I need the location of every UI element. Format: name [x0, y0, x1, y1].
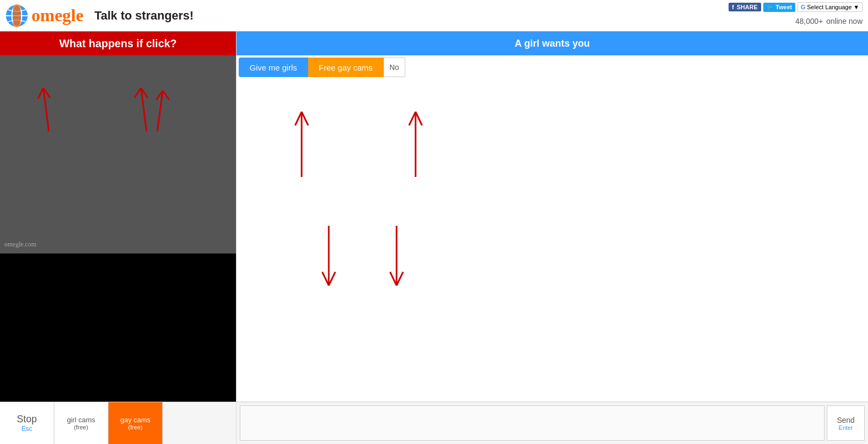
- twitter-icon: 🐦: [767, 4, 774, 10]
- social-bar: f SHARE 🐦 Tweet G Select Language ▼: [729, 2, 863, 12]
- ad-banner[interactable]: What happens if click?: [0, 31, 236, 55]
- google-translate-button[interactable]: G Select Language ▼: [797, 2, 863, 12]
- tweet-label: Tweet: [776, 4, 792, 10]
- stop-esc-key: Esc: [21, 425, 32, 433]
- online-count: 48,000+ online now: [795, 13, 863, 27]
- girl-cams-label: girl cams: [67, 416, 95, 424]
- chat-area: [237, 79, 868, 402]
- left-panel: What happens if click? omegle.com: [0, 31, 236, 444]
- free-gay-cams-button[interactable]: Free gay cams: [308, 58, 384, 77]
- give-me-girls-button[interactable]: Give me girls: [239, 58, 308, 77]
- options-row: Give me girls Free gay cams No: [237, 55, 868, 79]
- gay-cams-button[interactable]: gay cams (free): [108, 402, 163, 444]
- send-enter-key: Enter: [839, 424, 853, 431]
- svg-rect-3: [13, 4, 21, 27]
- video-top: omegle.com: [0, 55, 236, 253]
- right-panel: A girl wants you Give me girls Free gay …: [236, 31, 868, 444]
- fb-label: SHARE: [737, 4, 758, 10]
- stop-button[interactable]: Stop Esc: [0, 402, 54, 444]
- gay-cams-label: gay cams: [120, 416, 151, 424]
- select-language-label: Select Language: [807, 4, 852, 10]
- facebook-share-button[interactable]: f SHARE: [729, 3, 761, 11]
- video-bottom: [0, 253, 236, 402]
- dropdown-arrow-icon: ▼: [853, 4, 859, 10]
- bottom-bar-right: Send Enter: [237, 402, 868, 444]
- chat-input[interactable]: [240, 405, 825, 441]
- google-icon: G: [801, 4, 806, 10]
- bottom-bar-left: Stop Esc girl cams (free) gay cams (free…: [0, 402, 236, 444]
- arrow-top-left: [33, 77, 87, 142]
- girl-wants-bar: A girl wants you: [237, 31, 868, 55]
- tagline: Talk to strangers!: [94, 9, 194, 23]
- send-label: Send: [837, 416, 855, 424]
- header-right: f SHARE 🐦 Tweet G Select Language ▼ 48,0…: [729, 2, 863, 27]
- girl-cams-button[interactable]: girl cams (free): [54, 402, 108, 444]
- logo-area: omegle: [5, 4, 84, 27]
- main-layout: What happens if click? omegle.com: [0, 31, 868, 444]
- online-label: online now: [826, 17, 863, 26]
- no-button[interactable]: No: [384, 58, 405, 77]
- fb-icon: f: [732, 4, 734, 10]
- omegle-watermark: omegle.com: [4, 238, 36, 249]
- annotation-arrows: [258, 90, 584, 307]
- online-number: 48,000+: [795, 17, 823, 26]
- send-button[interactable]: Send Enter: [827, 405, 865, 441]
- tweet-button[interactable]: 🐦 Tweet: [763, 3, 795, 12]
- arrow-top-right-video: [119, 77, 174, 142]
- gay-cams-sub: (free): [128, 424, 142, 430]
- header: omegle Talk to strangers! f SHARE 🐦 Twee…: [0, 0, 868, 31]
- logo-icon: [5, 4, 28, 27]
- stop-label: Stop: [17, 414, 37, 425]
- girl-cams-sub: (free): [74, 424, 88, 430]
- logo-text: omegle: [31, 5, 84, 26]
